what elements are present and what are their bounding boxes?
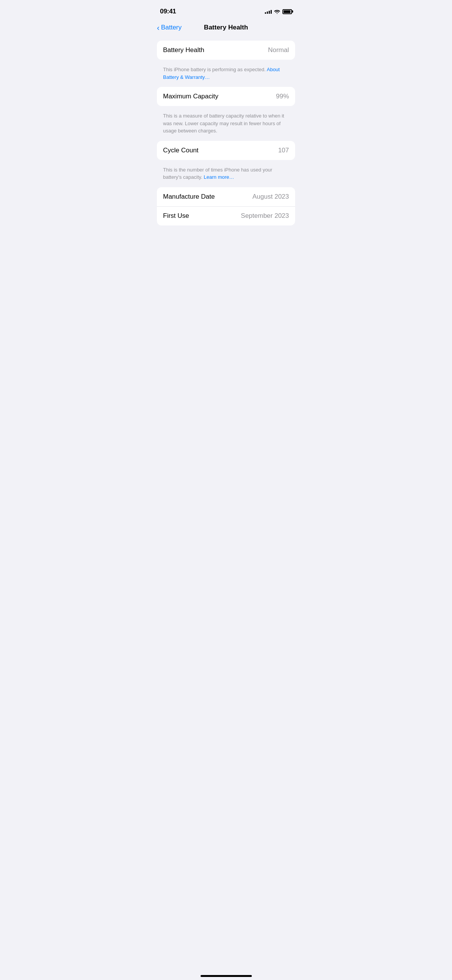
cycle-count-description: This is the number of times iPhone has u… <box>157 163 295 187</box>
signal-icon <box>265 9 272 14</box>
status-bar: 09:41 <box>151 0 301 21</box>
battery-health-description: This iPhone battery is performing as exp… <box>157 63 295 87</box>
battery-health-desc-text: This iPhone battery is performing as exp… <box>163 67 267 72</box>
cycle-count-label: Cycle Count <box>163 147 199 154</box>
status-time: 09:41 <box>160 8 176 15</box>
wifi-icon <box>274 9 280 14</box>
cycle-count-row: Cycle Count 107 <box>157 141 295 160</box>
maximum-capacity-card: Maximum Capacity 99% <box>157 87 295 106</box>
status-icons <box>265 9 292 14</box>
first-use-label: First Use <box>163 212 189 220</box>
manufacture-date-label: Manufacture Date <box>163 193 215 201</box>
manufacture-date-value: August 2023 <box>253 193 289 201</box>
maximum-capacity-description: This is a measure of battery capacity re… <box>157 109 295 141</box>
manufacture-date-row: Manufacture Date August 2023 <box>157 187 295 206</box>
cycle-count-card: Cycle Count 107 <box>157 141 295 160</box>
battery-health-value: Normal <box>268 46 289 54</box>
cycle-count-value: 107 <box>278 147 289 154</box>
battery-health-card: Battery Health Normal <box>157 41 295 60</box>
battery-icon <box>282 9 292 14</box>
nav-bar: ‹ Battery Battery Health <box>151 21 301 38</box>
back-button[interactable]: ‹ Battery <box>157 24 182 31</box>
page-title: Battery Health <box>204 24 248 31</box>
maximum-capacity-value: 99% <box>276 93 289 100</box>
battery-health-label: Battery Health <box>163 46 204 54</box>
maximum-capacity-label: Maximum Capacity <box>163 93 219 100</box>
maximum-capacity-desc-text: This is a measure of battery capacity re… <box>163 113 284 134</box>
first-use-value: September 2023 <box>241 212 289 220</box>
maximum-capacity-row: Maximum Capacity 99% <box>157 87 295 106</box>
dates-card: Manufacture Date August 2023 First Use S… <box>157 187 295 225</box>
cycle-count-learn-more-link[interactable]: Learn more… <box>204 174 234 180</box>
first-use-row: First Use September 2023 <box>157 206 295 225</box>
back-chevron-icon: ‹ <box>157 24 160 31</box>
battery-health-row: Battery Health Normal <box>157 41 295 60</box>
back-label: Battery <box>161 24 182 31</box>
content: Battery Health Normal This iPhone batter… <box>151 38 301 225</box>
